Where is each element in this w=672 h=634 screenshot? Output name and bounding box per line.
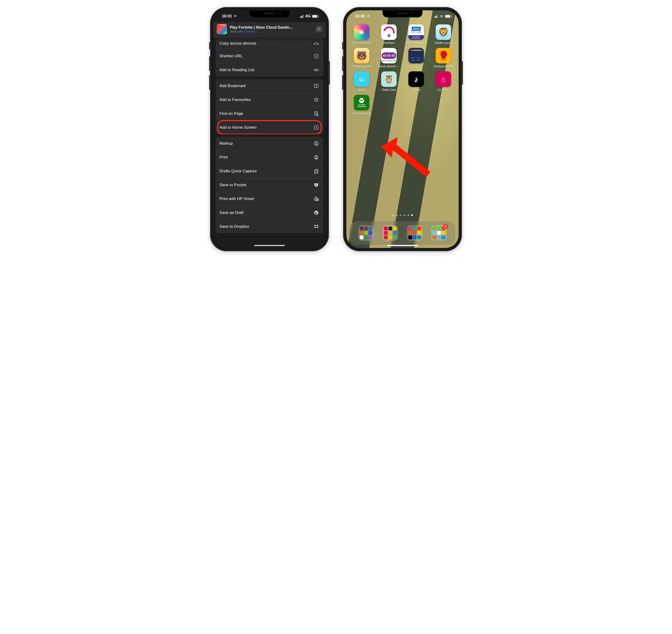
svg-point-18 (314, 211, 318, 215)
dock-folder-1[interactable] (358, 225, 374, 241)
svg-point-4 (317, 69, 318, 71)
share-action-row[interactable]: Save to Dropbox (216, 220, 323, 234)
waze-app-icon (354, 71, 369, 87)
share-action-row[interactable]: Drafts Quick Capture (216, 164, 323, 178)
share-action-row[interactable]: Print (216, 150, 323, 164)
share-action-row[interactable]: Add to Reading List (216, 63, 323, 77)
network-label: 4G (305, 14, 310, 19)
share-action-label: Save to Pocket (219, 183, 246, 187)
app-label: YouRace (383, 41, 394, 45)
app-owlet-care[interactable]: Owlet Care (378, 71, 399, 92)
svg-point-0 (314, 44, 315, 45)
share-action-label: Add to Home Screen (219, 125, 257, 130)
app-label: TikTok (412, 88, 420, 92)
close-button[interactable] (315, 26, 322, 33)
wordpress-icon (313, 210, 320, 216)
app-nhs-scotland-[interactable]: NHSSCOTLANDCOVID STATUSNHS Scotland... (405, 24, 427, 45)
svg-marker-19 (381, 137, 431, 177)
share-devices-icon (313, 40, 320, 47)
markup-icon (313, 140, 320, 147)
doc-search-icon (313, 111, 320, 117)
close-icon (317, 27, 321, 31)
lg-app-icon (436, 71, 451, 87)
app-tiktok[interactable]: TikTok (405, 71, 427, 92)
page-dot[interactable] (392, 214, 394, 216)
app-lg-thinq[interactable]: LG ThinQ (433, 71, 454, 92)
share-action-row[interactable]: Copy across devices (216, 38, 323, 49)
cloud-app-icon: CLOUDGAMING (354, 95, 369, 111)
share-action-row[interactable]: Save as Draft (216, 206, 323, 220)
page-dot[interactable] (411, 214, 413, 216)
dock-folder-3[interactable] (407, 225, 422, 241)
dock-folder-badge: 2 (443, 224, 448, 229)
dock: 2 (350, 221, 455, 245)
share-action-label: Drafts Quick Capture (219, 169, 257, 173)
wifi-icon (440, 15, 444, 18)
app-cloud-gaming[interactable]: CLOUDGAMINGCloud Gaming (351, 95, 372, 115)
share-domain: xbox.com (230, 30, 243, 33)
svg-rect-10 (315, 155, 317, 156)
hp-print-icon (313, 196, 320, 202)
dock-folder-4[interactable]: 2 (431, 225, 447, 241)
share-options-link[interactable]: Options › (245, 30, 257, 33)
share-action-row[interactable]: Markup (216, 137, 323, 150)
app-io[interactable]: io (405, 48, 427, 68)
shadow-app-icon (436, 48, 451, 64)
compass-icon (313, 53, 320, 59)
battery-icon (445, 15, 451, 18)
nhs-app-icon: NHSSCOTLANDCOVID STATUS (408, 24, 424, 40)
yourace-app-icon: R (381, 24, 397, 40)
share-action-label: Markup (219, 141, 233, 146)
share-action-label: Shorten URL (219, 54, 242, 58)
printer-icon (313, 154, 320, 161)
page-dot[interactable] (396, 214, 398, 216)
dropbox-icon (313, 223, 320, 230)
cell-signal-icon (300, 15, 304, 18)
share-title: Play Fortnite | Xbox Cloud Gamin... (230, 25, 312, 30)
share-action-label: Add Bookmark (219, 83, 246, 88)
share-action-label: Print (219, 155, 228, 160)
pocket-icon (313, 182, 320, 188)
app-label: Toddler games (352, 65, 371, 68)
app-shadow-boxing[interactable]: Shadow Boxing (433, 48, 454, 68)
svg-rect-15 (315, 197, 317, 198)
app-toddler-games[interactable]: Toddler games (351, 48, 372, 68)
status-time: 16:42 (355, 14, 365, 19)
share-action-row[interactable]: Save to Pocket (216, 178, 323, 192)
app-yourace[interactable]: RYouRace (378, 24, 399, 45)
app-toddler-puzzle[interactable]: Toddler puzzle (433, 24, 454, 45)
owlet-app-icon (381, 71, 397, 87)
app-label: WestLothianPri... (378, 65, 399, 68)
share-action-row[interactable]: Add to Favourites (216, 93, 323, 106)
app-westlothianpri-[interactable]: 43 43 43HOME OF THE SET FARESWestLothian… (378, 48, 399, 68)
toddlerg-app-icon (354, 48, 369, 64)
app-plotaverse[interactable]: PLOTAVERSE (351, 24, 372, 45)
svg-rect-12 (315, 169, 318, 173)
share-action-label: Find on Page (219, 111, 243, 116)
app-label: Waze (358, 88, 365, 92)
app-label: Toddler puzzle (434, 41, 452, 45)
page-dot[interactable] (400, 214, 401, 216)
app-waze[interactable]: Waze (351, 71, 372, 92)
home-indicator[interactable] (387, 245, 418, 246)
share-action-label: Save to Dropbox (219, 224, 249, 229)
app-label: LG ThinQ (437, 88, 449, 92)
page-indicator[interactable] (346, 214, 459, 216)
xbox-icon (359, 98, 364, 103)
share-action-label: Add to Reading List (219, 68, 254, 72)
app-label: Owlet Care (382, 88, 396, 92)
share-action-label: Print with HP Smart (219, 197, 254, 201)
home-indicator[interactable] (254, 245, 285, 246)
dock-folder-2[interactable] (383, 225, 398, 241)
share-action-row[interactable]: Shorten URL (216, 49, 323, 63)
share-action-row[interactable]: Add to Home Screen (216, 120, 323, 134)
cell-signal-icon (435, 15, 438, 18)
share-action-row[interactable]: Print with HP Smart (216, 192, 323, 206)
glasses-icon (313, 67, 320, 73)
page-dot[interactable] (408, 214, 409, 216)
share-action-row[interactable]: Find on Page (216, 106, 323, 120)
io-app-icon (408, 48, 424, 64)
share-action-row[interactable]: Add Bookmark (216, 79, 323, 93)
page-dot[interactable] (404, 214, 405, 216)
svg-rect-13 (315, 170, 317, 173)
